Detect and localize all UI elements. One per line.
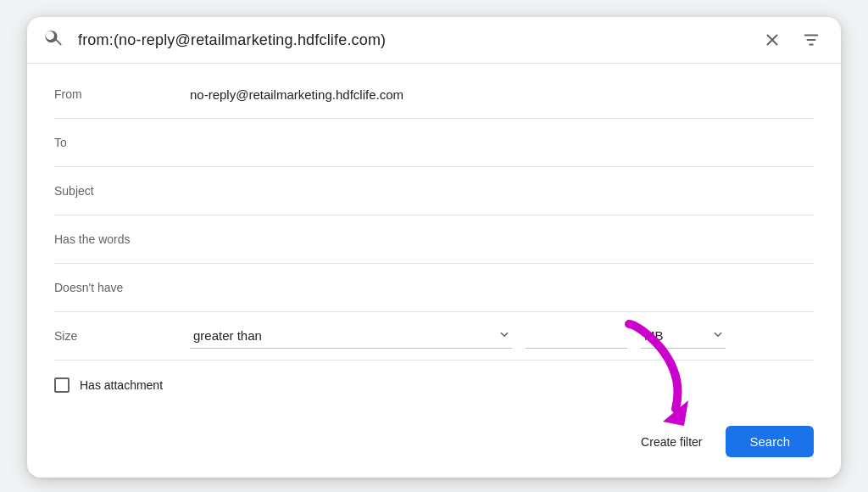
to-row: To [54,119,814,167]
search-query-text: from:(no-reply@retailmarketing.hdfclife.… [78,31,746,49]
form-body: From no-reply@retailmarketing.hdfclife.c… [27,64,841,409]
size-row: Size greater than less than MB KB [54,312,814,361]
size-comparator-arrow-icon [497,327,512,345]
create-filter-label: Create filter [641,435,702,449]
subject-label: Subject [54,184,190,198]
search-label: Search [749,434,790,449]
search-dialog: from:(no-reply@retailmarketing.hdfclife.… [27,17,841,478]
has-words-label: Has the words [54,232,190,246]
search-bar: from:(no-reply@retailmarketing.hdfclife.… [27,17,841,64]
attachment-row: Has attachment [54,361,814,409]
search-button[interactable]: Search [726,426,814,457]
size-unit-arrow-icon [710,327,726,345]
size-comparator-wrap: greater than less than [190,323,512,349]
subject-input[interactable] [190,179,814,204]
has-attachment-checkbox-wrap: Has attachment [54,377,163,393]
to-label: To [54,136,190,149]
footer-actions: Create filter Search [27,409,841,457]
size-number-input[interactable] [526,323,627,348]
doesnt-have-label: Doesn't have [54,281,190,294]
from-value: no-reply@retailmarketing.hdfclife.com [190,87,814,102]
close-button[interactable] [760,27,785,53]
has-attachment-checkbox[interactable] [54,377,70,393]
size-unit-wrap: MB KB Bytes [641,323,726,349]
has-words-row: Has the words [54,215,814,264]
from-label: From [54,87,190,101]
from-row: From no-reply@retailmarketing.hdfclife.c… [54,70,814,119]
size-number-wrap [526,323,627,349]
search-icon [44,28,64,52]
doesnt-have-input[interactable] [190,276,814,300]
size-comparator-select[interactable]: greater than less than [190,323,497,348]
filter-options-button[interactable] [798,27,824,53]
create-filter-button[interactable]: Create filter [631,428,712,456]
has-attachment-label: Has attachment [80,378,163,392]
search-bar-actions [760,27,824,53]
subject-row: Subject [54,167,814,215]
has-words-input[interactable] [190,227,814,252]
size-label: Size [54,329,190,343]
doesnt-have-row: Doesn't have [54,264,814,312]
to-input[interactable] [190,131,814,155]
size-unit-select[interactable]: MB KB Bytes [641,323,710,348]
